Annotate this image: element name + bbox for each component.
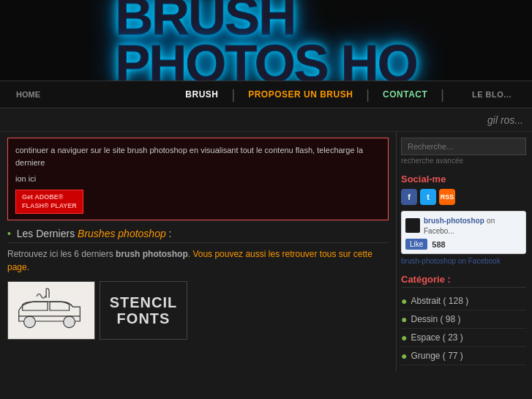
description-text: Retrouvez ici les 6 derniers brush photo… [7,247,389,274]
social-section-title: Social-me [401,174,526,184]
flash-notice: continuer a naviguer sur le site brush p… [7,138,389,220]
facebook-widget: brush-photoshop on Facebo... Like 588 [401,211,526,254]
section-bullet: • [7,228,11,239]
thumbnails-row: STENCIL FONTS [7,281,389,340]
fb-page-name[interactable]: brush-photoshop [424,217,484,225]
section-title: • Les Derniers Brushes photoshop : [7,228,389,243]
sub-header: gil ros... [0,108,532,132]
cat-item-dessin[interactable]: ● Dessin ( 98 ) [401,310,526,329]
twitter-icon[interactable]: t [420,189,436,205]
flash-cta: Get ADOBE® [22,193,77,202]
facebook-icon[interactable]: f [401,189,417,205]
cat-label-grunge: Grunge ( 77 ) [411,351,462,361]
site-title: BRUSHPHOTOS HO [115,0,417,81]
cat-bullet-2: ● [401,313,407,325]
nav-divider-3: | [441,87,444,102]
stencil-title-line1: STENCIL [110,294,178,310]
social-icons-row: f t RSS [401,189,526,205]
like-count: 588 [432,240,445,249]
svg-point-1 [24,316,36,328]
flash-cta-sub: FLASH® PLAYER [22,201,77,211]
fb-page-link[interactable]: brush-photoshop on Facebook [401,257,526,265]
adobe-flash-button[interactable]: Get ADOBE® FLASH® PLAYER [15,190,83,214]
stencil-title-line2: FONTS [110,310,178,327]
sidebar: recherche avancée Social-me f t RSS brus… [397,132,532,371]
nav-leblog[interactable]: Le blo... [459,81,525,108]
nav-brush[interactable]: Brush [172,81,231,108]
like-button[interactable]: Like [405,239,427,250]
nav-contact[interactable]: Contact [370,81,441,108]
main-nav: HOME Brush | Proposer un brush | Contact… [0,81,532,108]
sketch-svg [8,281,94,340]
category-section-title: Catégorie : [401,274,526,288]
site-header: BRUSHPHOTOS HO [0,0,532,81]
thumb-stencil[interactable]: STENCIL FONTS [100,281,187,340]
nav-proposer[interactable]: Proposer un brush [235,81,366,108]
rss-icon[interactable]: RSS [439,189,455,205]
fb-avatar [405,218,420,233]
cat-bullet-1: ● [401,295,407,307]
flash-message2: ion ici [15,173,381,185]
desc-part1: Retrouvez ici les 6 derniers [7,249,116,259]
cat-label-abstrait: Abstrait ( 128 ) [411,296,468,306]
thumb-sketch[interactable] [7,281,95,340]
section-title-end: : [166,228,172,239]
cat-bullet-4: ● [401,350,407,362]
content-area: continuer a naviguer sur le site brush p… [0,132,396,371]
svg-point-2 [64,316,75,328]
fb-widget-header: brush-photoshop on Facebo... [405,215,522,236]
section-title-static: Les Derniers [17,228,78,239]
search-input[interactable] [401,138,526,155]
section-title-em: Brushes photoshop [78,228,166,239]
signature: gil ros... [487,114,523,126]
main-layout: continuer a naviguer sur le site brush p… [0,132,532,371]
fb-like-row: Like 588 [405,239,522,250]
cat-item-grunge[interactable]: ● Grunge ( 77 ) [401,347,526,365]
cat-item-abstrait[interactable]: ● Abstrait ( 128 ) [401,292,526,310]
cat-label-dessin: Dessin ( 98 ) [411,314,460,324]
cat-bullet-3: ● [401,332,407,343]
nav-home[interactable]: HOME [7,90,49,99]
cat-label-espace: Espace ( 23 ) [411,332,462,343]
flash-message: continuer a naviguer sur le site brush p… [15,144,381,168]
search-advanced-link[interactable]: recherche avancée [401,157,526,165]
desc-bold: brush photoshop [116,249,188,259]
cat-item-espace[interactable]: ● Espace ( 23 ) [401,329,526,347]
